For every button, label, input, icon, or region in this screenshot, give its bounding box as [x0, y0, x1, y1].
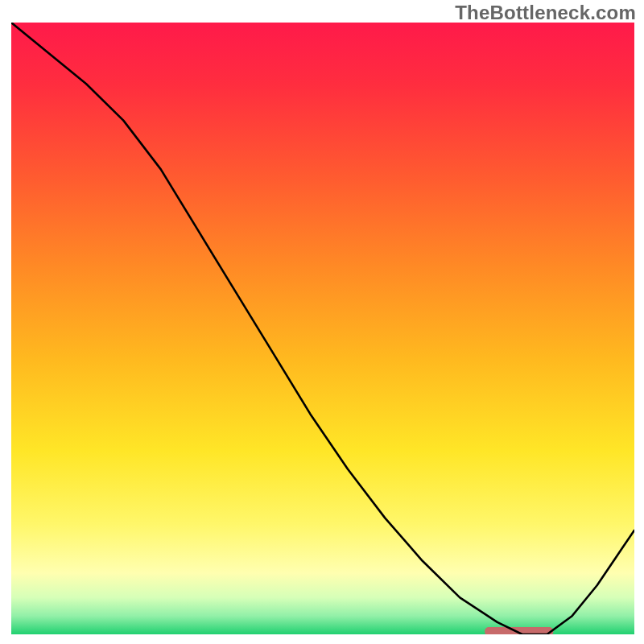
watermark-text: TheBottleneck.com: [455, 2, 636, 24]
chart-svg: [11, 23, 634, 634]
gradient-background: [11, 23, 634, 634]
plot-area: [11, 23, 634, 634]
chart-container: TheBottleneck.com: [0, 0, 644, 644]
